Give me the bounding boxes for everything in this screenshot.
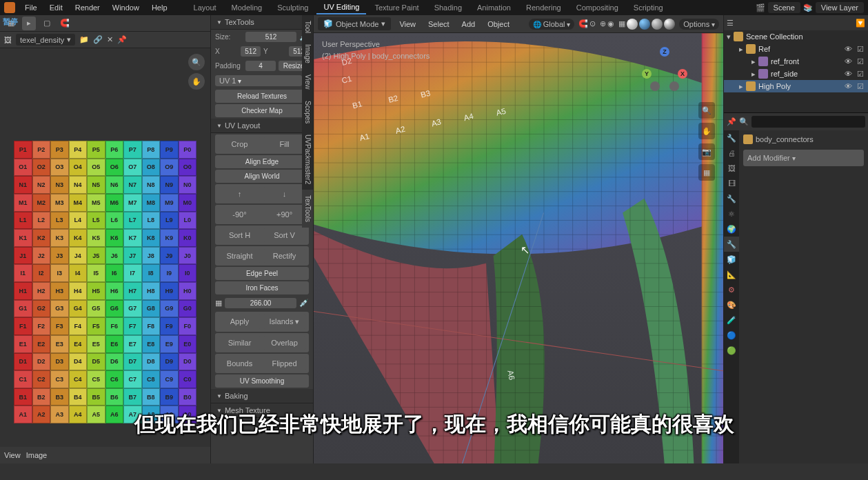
browse-icon[interactable]: 📁: [79, 35, 89, 44]
visibility-icon[interactable]: 👁: [843, 44, 853, 54]
axis-neg[interactable]: [669, 81, 679, 91]
side-tab-view[interactable]: View: [302, 69, 313, 95]
side-tab-image[interactable]: Image: [302, 39, 313, 69]
uv-layout-header[interactable]: UV Layout: [211, 119, 313, 133]
similar-button[interactable]: Similar: [218, 336, 261, 350]
sort-v-button[interactable]: Sort V: [263, 228, 306, 242]
arrow-up-icon[interactable]: ↑: [218, 187, 261, 201]
padding-input[interactable]: 4: [245, 61, 276, 71]
align-world-button[interactable]: Align World: [215, 170, 309, 183]
workspace-tab[interactable]: Compositing: [569, 1, 625, 14]
reload-textures-button[interactable]: Reload Textures: [215, 90, 309, 103]
visibility-icon[interactable]: 👁: [843, 57, 853, 66]
viewport-content[interactable]: A1 A2 A3 A4 A5 B1 B2 B3 C1 D2 A6 User Pe…: [314, 33, 723, 463]
checkbox-icon[interactable]: ☑: [856, 81, 865, 91]
shading-material-icon[interactable]: [652, 19, 663, 30]
menu-edit[interactable]: Edit: [44, 1, 68, 14]
uv-menu-view[interactable]: View: [4, 451, 21, 459]
properties-tab[interactable]: 📐: [724, 267, 739, 282]
snap-icon[interactable]: 🧲: [578, 19, 588, 28]
properties-tab[interactable]: 🟢: [724, 343, 739, 358]
visibility-icon[interactable]: 👁: [843, 69, 853, 79]
workspace-tab[interactable]: Texture Paint: [367, 1, 425, 14]
pin-icon[interactable]: 📌: [117, 35, 127, 44]
checkbox-icon[interactable]: ☑: [856, 57, 865, 66]
axis-z[interactable]: Z: [660, 47, 669, 57]
axis-y[interactable]: Y: [642, 69, 652, 79]
islands-dropdown[interactable]: Islands ▾: [263, 314, 306, 329]
outliner-item[interactable]: ▸ref_side👁☑: [724, 68, 868, 80]
vp-menu-view[interactable]: View: [395, 19, 420, 30]
pin-icon[interactable]: 📌: [727, 117, 736, 126]
visibility-icon[interactable]: 👁: [843, 81, 853, 91]
x-input[interactable]: 512: [241, 46, 261, 57]
textools-header[interactable]: TexTools: [211, 15, 313, 30]
transform-orientation[interactable]: 🌐 Global ▾: [529, 19, 574, 30]
properties-tab[interactable]: 🎞: [724, 176, 739, 191]
workspace-tab[interactable]: Animation: [470, 1, 518, 14]
fill-button[interactable]: Fill: [263, 137, 306, 151]
shading-solid-icon[interactable]: [639, 19, 650, 30]
menu-render[interactable]: Render: [70, 1, 105, 14]
navigation-gizmo[interactable]: Z Y X: [640, 47, 689, 95]
pan-hand-icon[interactable]: ✋: [188, 73, 205, 90]
properties-tab[interactable]: 🖼: [724, 161, 739, 176]
outliner-item[interactable]: ▸ref_front👁☑: [724, 55, 868, 68]
image-dropdown[interactable]: texel_density ▾: [16, 34, 75, 46]
perspective-icon[interactable]: ▦: [698, 164, 715, 181]
properties-tab[interactable]: 🧊: [724, 252, 739, 267]
axis-x[interactable]: X: [678, 69, 687, 79]
side-tab-tool[interactable]: Tool: [302, 15, 313, 39]
outliner-item[interactable]: ▸High Poly👁☑: [724, 80, 868, 92]
iron-faces-button[interactable]: Iron Faces: [215, 281, 309, 294]
side-tab-scopes[interactable]: Scopes: [302, 95, 313, 129]
straight-button[interactable]: Straight: [218, 249, 261, 263]
link-icon[interactable]: 🔗: [93, 35, 103, 44]
properties-tab[interactable]: 🔧: [724, 237, 739, 252]
checkbox-icon[interactable]: ☑: [856, 44, 865, 54]
side-tab-textools[interactable]: TexTools: [302, 190, 313, 228]
properties-tab[interactable]: ⚛: [724, 206, 739, 221]
options-dropdown[interactable]: Options ▾: [679, 19, 719, 30]
properties-tab[interactable]: 🧪: [724, 312, 739, 328]
object-mode-dropdown[interactable]: 🧊 Object Mode ▾: [318, 17, 391, 30]
image-icon[interactable]: 🖼: [4, 36, 12, 44]
properties-tab[interactable]: 🔧: [724, 130, 739, 146]
uv-viewport[interactable]: 🔍 ✋ P1P2P3P4P5P6P7P8P9P0O1O2O3O4O5O6O7O8…: [0, 48, 210, 447]
properties-tab[interactable]: 🔧: [724, 191, 739, 206]
zoom-icon[interactable]: 🔍: [698, 102, 715, 119]
size-input[interactable]: 512: [245, 32, 296, 42]
apply-button[interactable]: Apply: [218, 314, 261, 329]
shading-rendered-icon[interactable]: [664, 19, 675, 30]
uv-menu-image[interactable]: Image: [26, 451, 48, 459]
outliner[interactable]: ▾Scene Collection ▸Ref👁☑▸ref_front👁☑▸ref…: [724, 30, 868, 113]
outliner-scene-collection[interactable]: ▾Scene Collection: [724, 30, 868, 43]
zoom-icon[interactable]: 🔍: [188, 54, 205, 70]
search-input[interactable]: [751, 116, 865, 128]
workspace-tab[interactable]: Sculpting: [270, 1, 315, 14]
axis-neg[interactable]: [650, 81, 660, 91]
overlays-icon[interactable]: ◉: [607, 19, 614, 28]
side-tab-uvpackmaster[interactable]: UVPackmaster2: [302, 129, 313, 190]
shading-wireframe-icon[interactable]: [627, 19, 638, 30]
rotate-left-button[interactable]: -90°: [218, 208, 261, 221]
menu-file[interactable]: File: [19, 1, 43, 14]
uv-smoothing-button[interactable]: UV Smoothing: [215, 374, 309, 388]
properties-tab[interactable]: 🖨: [724, 146, 739, 161]
close-icon[interactable]: ✕: [107, 35, 113, 44]
align-edge-button[interactable]: Align Edge: [215, 155, 309, 168]
rotate-right-button[interactable]: +90°: [263, 208, 306, 221]
vp-menu-select[interactable]: Select: [424, 19, 454, 30]
workspace-tab[interactable]: Rendering: [519, 1, 568, 14]
vp-menu-object[interactable]: Object: [483, 19, 514, 30]
menu-window[interactable]: Window: [107, 1, 145, 14]
flipped-button[interactable]: Flipped: [263, 357, 306, 370]
add-modifier-button[interactable]: Add Modifier ▾: [743, 150, 864, 166]
camera-icon[interactable]: 📷: [698, 143, 715, 160]
arrow-down-icon[interactable]: ↓: [263, 187, 306, 201]
properties-tab[interactable]: 🎨: [724, 297, 739, 312]
edge-peel-button[interactable]: Edge Peel: [215, 267, 309, 280]
overlap-button[interactable]: Overlap: [263, 336, 306, 350]
bounds-button[interactable]: Bounds: [218, 357, 261, 370]
properties-tab[interactable]: 🌍: [724, 221, 739, 237]
